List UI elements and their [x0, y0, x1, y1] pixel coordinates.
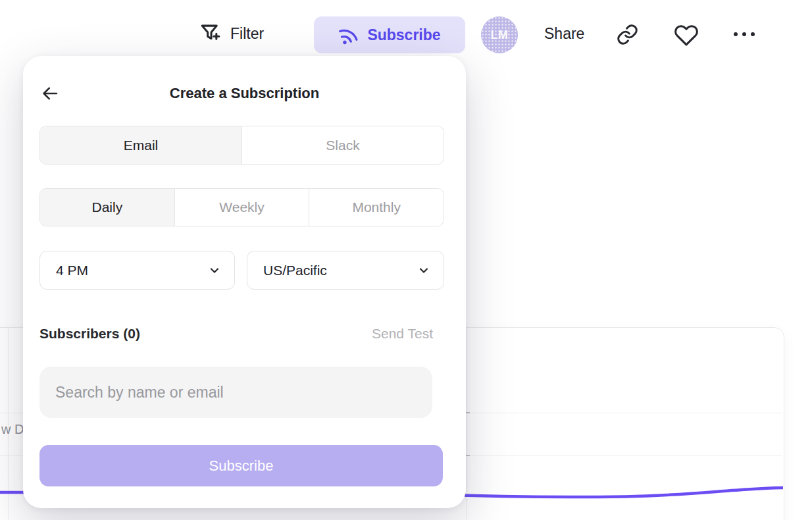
modal-title: Create a Subscription	[23, 85, 466, 102]
subscribe-submit-button[interactable]: Subscribe	[39, 445, 443, 486]
create-subscription-modal: Create a Subscription Email Slack Daily …	[23, 56, 466, 508]
subscribers-count-label: Subscribers (0)	[39, 326, 140, 342]
frequency-tab-weekly[interactable]: Weekly	[175, 189, 310, 226]
clipped-background-text: w D	[1, 422, 24, 437]
heart-icon	[674, 22, 699, 47]
filter-label: Filter	[230, 25, 264, 43]
ellipsis-icon	[732, 30, 757, 39]
share-label: Share	[544, 25, 584, 43]
channel-tab-group: Email Slack	[39, 126, 444, 165]
send-test-button[interactable]: Send Test	[372, 326, 433, 342]
frequency-tab-group: Daily Weekly Monthly	[39, 188, 444, 226]
frequency-tab-monthly[interactable]: Monthly	[309, 189, 444, 226]
subscriber-search-input[interactable]	[39, 367, 432, 418]
avatar-initials: LM	[491, 28, 509, 42]
channel-tab-email[interactable]: Email	[40, 126, 242, 164]
chevron-down-icon	[208, 264, 221, 277]
timezone-select-value: US/Pacific	[263, 263, 327, 278]
subscribe-toolbar-label: Subscribe	[367, 26, 440, 44]
share-button[interactable]: Share	[544, 25, 584, 43]
link-icon	[616, 23, 639, 46]
filter-button[interactable]: Filter	[197, 20, 264, 47]
channel-tab-slack[interactable]: Slack	[242, 126, 444, 164]
subscribe-toolbar-button[interactable]: Subscribe	[314, 16, 465, 53]
chevron-down-icon	[417, 264, 430, 277]
rss-icon	[336, 22, 361, 47]
time-select[interactable]: 4 PM	[39, 251, 235, 290]
user-avatar[interactable]: LM	[481, 16, 518, 53]
frequency-tab-daily[interactable]: Daily	[40, 189, 175, 226]
filter-plus-icon	[197, 20, 222, 47]
favorite-button[interactable]	[674, 22, 699, 49]
copy-link-button[interactable]	[616, 23, 639, 48]
more-options-button[interactable]	[732, 30, 757, 41]
timezone-select[interactable]: US/Pacific	[247, 251, 444, 290]
time-select-value: 4 PM	[56, 263, 88, 278]
